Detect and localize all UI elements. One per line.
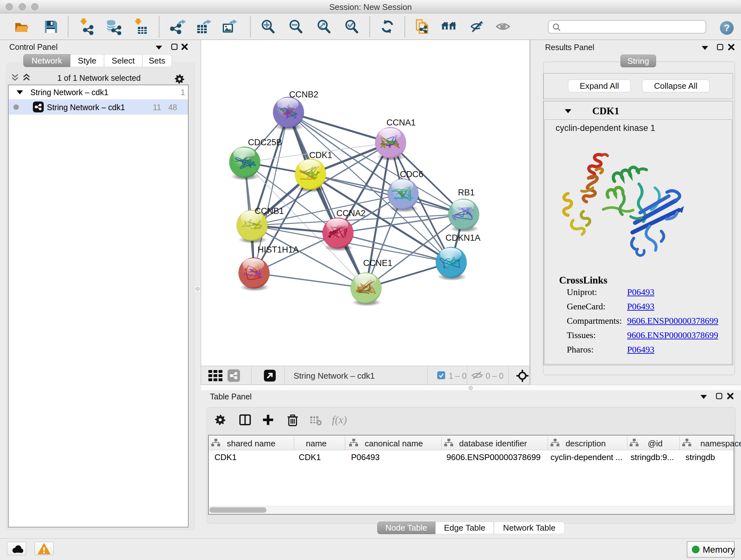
svg-text:CCNA2: CCNA2	[336, 208, 366, 218]
svg-text:CDK1: CDK1	[309, 150, 332, 160]
svg-text:CDC25B: CDC25B	[248, 138, 282, 147]
svg-text:RB1: RB1	[458, 188, 475, 197]
svg-text:CCNE1: CCNE1	[363, 258, 393, 268]
svg-text:HIST1H1A: HIST1H1A	[258, 245, 299, 254]
svg-text:CCNB2: CCNB2	[289, 90, 319, 99]
svg-text:CCNA1: CCNA1	[387, 118, 416, 127]
svg-text:CCNB1: CCNB1	[255, 206, 284, 216]
svg-text:CDKN1A: CDKN1A	[446, 233, 481, 243]
svg-text:CDC6: CDC6	[400, 170, 423, 179]
